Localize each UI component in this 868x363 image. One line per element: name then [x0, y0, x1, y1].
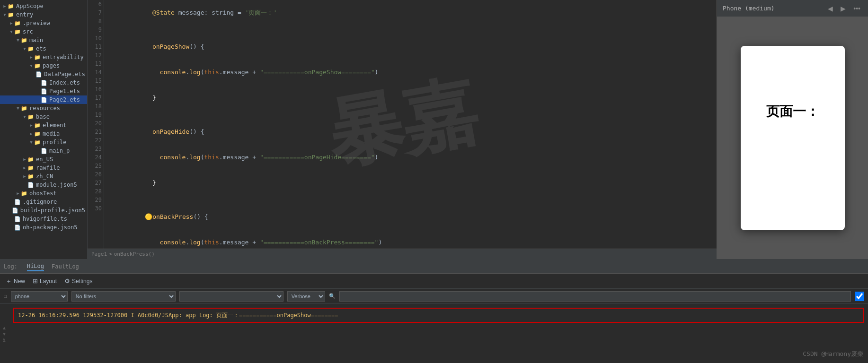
file-icon: 📄: [41, 148, 47, 154]
sidebar-item-page1ets[interactable]: 📄 Page1.ets: [0, 87, 87, 95]
sidebar-label: rawfile: [36, 164, 60, 171]
log-search-input[interactable]: [339, 291, 851, 302]
scroll-down-button[interactable]: ▼: [2, 331, 7, 336]
preview-back-button[interactable]: ◀: [826, 4, 835, 13]
sidebar-label: profile: [43, 139, 67, 146]
sidebar-item-src[interactable]: ▼ 📁 src: [0, 27, 87, 36]
arrow-icon: ▶: [28, 55, 34, 60]
code-line: console.log(this.message + "===========o…: [108, 145, 713, 170]
log-toolbar: ＋ New ⊞ Layout ⚙ Settings: [0, 274, 868, 289]
preview-body: 页面一：: [717, 17, 868, 259]
editor-area: 暴嘉 6 7 8 9 10 11 12 13 14 15 16 17 18 19…: [88, 0, 717, 259]
scroll-up-button[interactable]: ▲: [2, 325, 7, 330]
folder-icon: 📁: [27, 46, 34, 52]
folder-icon: 📁: [27, 165, 34, 171]
sidebar-item-oh-package[interactable]: 📄 oh-package.json5: [0, 223, 87, 232]
preview-controls: ◀ ▶ •••: [826, 4, 862, 13]
breadcrumb-bar: Page1 > onBackPress(): [88, 249, 717, 259]
app-filter[interactable]: [179, 291, 283, 302]
folder-icon: 📁: [21, 190, 27, 197]
sidebar-label: .preview: [23, 20, 50, 26]
file-icon: 📄: [14, 225, 21, 231]
arrow-icon: ▼: [2, 12, 8, 17]
sidebar-label: Page1.ets: [49, 88, 80, 95]
sidebar-item-preview[interactable]: ▶ 📁 .preview: [0, 19, 87, 27]
sidebar-label: AppScope: [16, 3, 44, 9]
folder-icon: 📁: [8, 3, 14, 9]
arrow-icon: ▶: [28, 131, 34, 136]
sidebar-item-datapage[interactable]: 📄 DataPage.ets: [0, 70, 87, 78]
sidebar-item-build-profile[interactable]: 📄 build-profile.json5: [0, 206, 87, 215]
arrow-icon: ▶: [28, 123, 34, 128]
preview-more-button[interactable]: •••: [851, 4, 862, 13]
sidebar-label: entryability: [43, 54, 84, 60]
sidebar-label: ets: [36, 45, 46, 52]
sidebar-label: src: [23, 28, 33, 35]
sidebar-item-entryability[interactable]: ▶ 📁 entryability: [0, 53, 87, 61]
code-lines[interactable]: @State message: string = '页面一：' onPageSh…: [104, 0, 717, 249]
sidebar-item-zh-cn[interactable]: ▶ 📁 zh_CN: [0, 172, 87, 181]
arrow-icon: ▼: [22, 114, 27, 119]
log-content: ▲ ▼ ⊻ 12-26 16:16:29.596 129532-127000 I…: [0, 304, 868, 363]
sidebar-label: ohosTest: [29, 190, 57, 197]
sidebar-item-base[interactable]: ▼ 📁 base: [0, 112, 87, 121]
folder-icon: 📁: [34, 131, 41, 137]
sidebar-item-ohostest[interactable]: ▶ 📁 ohosTest: [0, 189, 87, 198]
sidebar-item-rawfile[interactable]: ▶ 📁 rawfile: [0, 164, 87, 172]
sidebar-item-pages[interactable]: ▼ 📁 pages: [0, 61, 87, 70]
sidebar-label: build-profile.json5: [20, 207, 85, 214]
file-icon: 📄: [14, 216, 21, 222]
code-line: console.log(this.message + "===========o…: [108, 60, 713, 85]
sidebar-item-en-us[interactable]: ▶ 📁 en_US: [0, 155, 87, 164]
sidebar-item-resources[interactable]: ▼ 📁 resources: [0, 104, 87, 112]
settings-button[interactable]: ⚙ Settings: [62, 277, 94, 285]
sidebar-item-page2ets[interactable]: 📄 Page2.ets: [0, 95, 87, 104]
sidebar-item-media[interactable]: ▶ 📁 media: [0, 130, 87, 138]
sidebar-label: .gitignore: [23, 199, 57, 205]
sidebar-item-indexets[interactable]: 📄 Index.ets: [0, 78, 87, 87]
folder-icon: 📁: [8, 12, 14, 18]
filter-checkbox[interactable]: [855, 292, 864, 301]
sidebar-item-hvigorfile[interactable]: 📄 hvigorfile.ts: [0, 215, 87, 223]
code-line: onPageShow() {: [108, 34, 713, 60]
arrow-icon: ▼: [9, 29, 14, 34]
sidebar-item-module-json[interactable]: 📄 module.json5: [0, 181, 87, 189]
file-icon: 📄: [41, 88, 47, 95]
log-label: Log:: [4, 263, 18, 270]
log-entry: 12-26 16:16:29.596 129532-127000 I A0c0d…: [13, 308, 864, 323]
add-new-button[interactable]: ＋ New: [4, 276, 27, 286]
sidebar-item-element[interactable]: ▶ 📁 element: [0, 121, 87, 130]
layout-icon: ⊞: [33, 277, 38, 285]
file-icon: 📄: [27, 182, 34, 188]
sidebar-item-gitignore[interactable]: 📄 .gitignore: [0, 198, 87, 206]
sidebar-label: hvigorfile.ts: [23, 216, 67, 222]
layout-button[interactable]: ⊞ Layout: [31, 277, 59, 285]
file-icon: 📄: [41, 80, 47, 86]
tag-filter[interactable]: No filters: [71, 291, 176, 302]
sidebar-item-appscope[interactable]: ▶ 📁 AppScope: [0, 2, 87, 10]
sidebar-item-main[interactable]: ▼ 📁 main: [0, 36, 87, 44]
arrow-icon: ▶: [2, 4, 8, 9]
tab-hilog[interactable]: HiLog: [27, 262, 44, 271]
preview-forward-button[interactable]: ▶: [839, 4, 848, 13]
sidebar-item-entry[interactable]: ▼ 📁 entry: [0, 10, 87, 19]
device-filter[interactable]: phone: [11, 291, 68, 302]
folder-icon: 📁: [34, 139, 41, 146]
sidebar-item-main-p[interactable]: 📄 main_p: [0, 147, 87, 155]
level-filter[interactable]: Verbose: [287, 291, 325, 302]
sidebar-label: Page2.ets: [49, 96, 80, 103]
file-icon: 📄: [12, 207, 18, 214]
sidebar-item-profile[interactable]: ▼ 📁 profile: [0, 138, 87, 147]
code-line: }: [108, 85, 713, 111]
tab-faultlog[interactable]: FaultLog: [52, 262, 79, 271]
sidebar-label: oh-package.json5: [23, 224, 78, 231]
folder-icon: 📁: [14, 20, 21, 26]
arrow-icon: ▼: [28, 63, 34, 68]
add-new-label: New: [14, 278, 25, 285]
arrow-icon: ▶: [9, 21, 14, 26]
folder-icon: 📁: [27, 156, 34, 163]
sidebar-item-ets[interactable]: ▼ 📁 ets: [0, 44, 87, 53]
scroll-bottom-button[interactable]: ⊻: [2, 337, 7, 342]
sidebar-label: Index.ets: [49, 79, 80, 86]
folder-icon: 📁: [34, 122, 41, 129]
